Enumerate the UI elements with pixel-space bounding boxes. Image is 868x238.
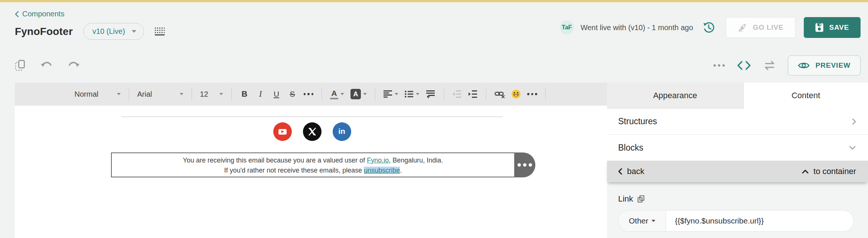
caret-down-icon [395,93,398,95]
copy-variable-icon[interactable] [637,195,645,203]
footer-line2-suffix: . [400,167,402,174]
save-floppy-icon [815,23,823,32]
version-selector-value: v10 (Live) [92,27,125,36]
line-spacing-icon[interactable] [426,87,435,102]
link-label: Link [618,194,633,204]
caret-down-icon [416,93,420,95]
font-size-dropdown[interactable]: 12 [200,90,223,99]
preview-button[interactable]: PREVIEW [788,55,861,75]
editor-bar: PREVIEW [15,55,861,76]
top-accent-bar [0,0,868,2]
font-family-dropdown[interactable]: Arial [137,90,183,99]
block-config-bar: back to container [607,161,868,182]
structures-label: Structures [618,116,657,126]
more-options-icon[interactable] [714,64,725,67]
back-button[interactable]: back [618,167,644,176]
block-options-handle[interactable] [514,152,535,177]
panel-tabs: Appearance Content [607,83,868,109]
footer-line1-text: You are receiving this email because you… [183,157,367,164]
emoji-icon[interactable] [511,87,521,102]
chevron-left-icon [15,11,19,17]
link-url-input[interactable] [666,210,854,231]
highlight-color-icon: A [350,89,361,99]
live-status-text: Went live with (v10) - 1 month ago [581,23,693,32]
unsubscribe-link[interactable]: unsubscribe [364,167,400,174]
font-family-value: Arial [137,90,152,99]
tab-appearance[interactable]: Appearance [607,83,744,109]
editor-column: Normal Arial 12 B I U S [15,83,607,238]
align-left-icon [384,90,392,98]
editor-bar-right: PREVIEW [714,55,861,75]
footer-line2-text: If you'd rather not receive these emails… [224,167,364,174]
version-history-icon[interactable] [702,21,715,34]
email-divider [121,116,503,117]
editor-bar-left [15,60,80,71]
rocket-icon [738,23,748,32]
undo-icon[interactable] [40,61,53,70]
toolbar-divider [231,88,232,100]
structures-row[interactable]: Structures [607,109,868,135]
app-root: Components FynoFooter v10 (Live) [0,0,868,238]
more-formatting-icon[interactable] [304,93,314,95]
more-toolbar-icon[interactable] [527,93,537,95]
components-back-label: Components [22,10,64,18]
eye-icon [798,61,810,70]
swap-view-icon[interactable] [763,61,776,70]
link-type-value: Other [629,216,649,225]
toolbar-divider [129,88,129,100]
highlight-color-button[interactable]: A [350,89,367,99]
tab-content[interactable]: Content [744,83,868,109]
save-button[interactable]: SAVE [804,17,861,38]
italic-button[interactable]: I [256,87,265,102]
paragraph-style-value: Normal [75,90,98,99]
underline-button[interactable]: U [272,87,281,102]
linkedin-icon[interactable]: in [333,122,351,141]
x-twitter-icon[interactable] [303,122,322,141]
caret-down-icon [363,93,367,95]
blocks-row[interactable]: Blocks [607,135,868,161]
title-row: FynoFooter v10 (Live) [15,23,165,40]
font-color-button[interactable]: A [330,89,344,99]
list-button[interactable] [405,90,420,98]
redo-icon[interactable] [67,61,80,70]
duplicate-page-icon[interactable] [15,60,27,71]
fyno-link[interactable]: Fyno.io [367,157,389,164]
page-header-left: Components FynoFooter v10 (Live) [15,10,165,40]
richtext-toolbar: Normal Arial 12 B I U S [15,83,607,106]
components-back-link[interactable]: Components [15,10,165,18]
indent-icon[interactable] [468,87,478,102]
avatar: TaF [560,20,574,35]
chevron-right-icon [852,118,856,125]
footer-line-1: You are receiving this email because you… [112,155,514,165]
outdent-icon[interactable] [452,87,462,102]
caret-down-icon [340,93,344,95]
toolbar-divider [486,88,486,100]
workspace: Normal Arial 12 B I U S [0,83,868,238]
toolbar-divider [322,88,322,100]
youtube-icon[interactable] [273,122,292,141]
caret-down-icon [652,220,655,222]
bold-button[interactable]: B [240,87,249,102]
unlink-icon[interactable] [495,87,505,102]
email-canvas: in You are receiving this email because … [15,106,607,238]
page-header-right: TaF Went live with (v10) - 1 month ago G… [560,17,861,38]
footer-text-block[interactable]: You are receiving this email because you… [111,152,515,177]
caret-down-icon [132,30,136,33]
paragraph-style-dropdown[interactable]: Normal [75,90,121,99]
blocks-label: Blocks [618,143,643,153]
page-title: FynoFooter [15,26,73,38]
chevron-up-icon [802,170,809,174]
link-type-dropdown[interactable]: Other [619,210,666,231]
link-settings-section: Link Other [607,182,868,238]
toolbar-divider [375,88,375,100]
toolbar-divider [444,88,444,100]
font-color-icon: A [330,89,338,99]
grid-view-icon[interactable] [154,27,165,36]
strikethrough-button[interactable]: S [288,87,297,102]
version-selector[interactable]: v10 (Live) [83,23,144,40]
to-container-button[interactable]: to container [802,167,856,176]
linkedin-label: in [338,127,345,136]
code-view-icon[interactable] [737,61,751,70]
align-button[interactable] [384,90,398,98]
go-live-button[interactable]: GO LIVE [726,17,796,38]
